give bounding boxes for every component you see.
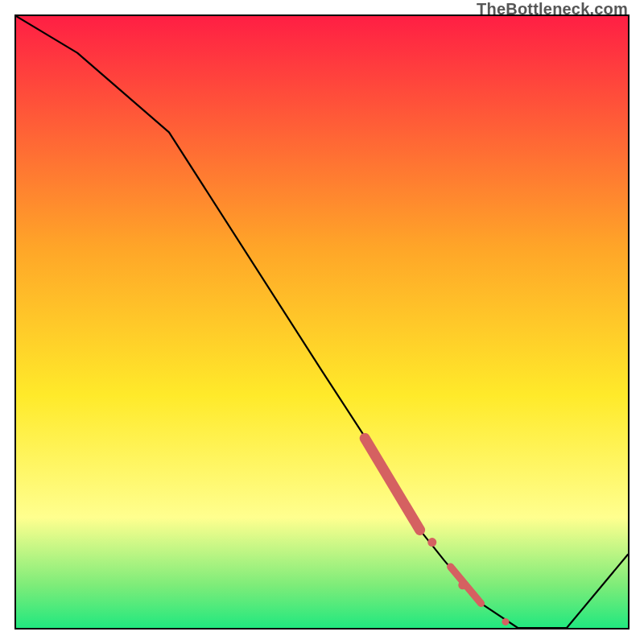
watermark-text: TheBottleneck.com: [477, 0, 628, 19]
marker-dot: [427, 538, 436, 547]
marker-thick-segment: [365, 438, 419, 530]
chart-area: [14, 14, 630, 630]
marker-dot: [502, 618, 510, 625]
bottleneck-curve: [16, 16, 628, 628]
marker-dot: [458, 580, 467, 589]
